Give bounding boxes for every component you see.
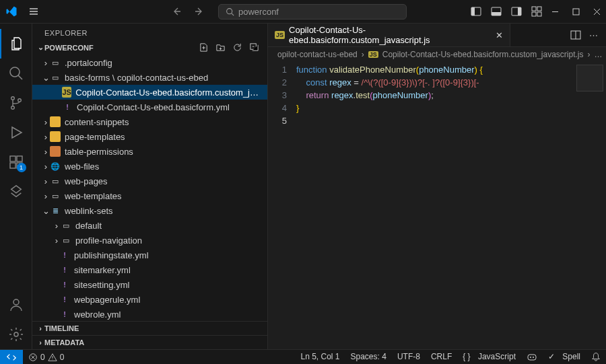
command-center-search[interactable]: powerconf [218, 4, 407, 20]
status-notifications[interactable] [586, 352, 606, 361]
nav-back-button[interactable] [171, 6, 182, 17]
activity-power-platform[interactable] [0, 177, 32, 207]
tree-file-yml[interactable]: !webrole.yml [32, 307, 267, 321]
folder-icon: ▭ [50, 190, 61, 201]
breadcrumb-segment[interactable]: opilot-contact-us-ebed [277, 50, 358, 59]
tree-folder[interactable]: ›▭web-templates [32, 188, 267, 203]
tree-folder[interactable]: ›page-templates [32, 129, 267, 144]
refresh-button[interactable] [232, 42, 242, 52]
layout-panel-icon[interactable] [491, 6, 502, 17]
tree-folder[interactable]: ⌄≣weblink-sets [32, 203, 267, 218]
activity-accounts[interactable] [0, 290, 32, 320]
yml-file-icon: ! [59, 279, 70, 290]
tab-title: Copilot-Contact-Us-ebed.basicform.custom… [289, 25, 492, 45]
split-editor-button[interactable] [570, 30, 581, 40]
status-copilot[interactable] [521, 352, 543, 363]
tree-file-yml[interactable]: !sitesetting.yml [32, 277, 267, 292]
svg-point-12 [10, 67, 20, 77]
breadcrumb-overflow: … [595, 50, 603, 59]
folder-icon: 🌐 [50, 161, 61, 172]
svg-point-13 [11, 97, 14, 100]
status-cursor-position[interactable]: Ln 5, Col 1 [295, 352, 345, 361]
account-icon [8, 297, 24, 313]
metadata-section[interactable]: ›METADATA [32, 335, 267, 349]
layout-primary-icon[interactable] [471, 6, 481, 17]
svg-rect-7 [532, 7, 536, 11]
layout-secondary-icon[interactable] [511, 6, 522, 17]
tree-file-yml[interactable]: !publishingstate.yml [32, 248, 267, 262]
extensions-badge: 1 [17, 163, 26, 172]
collapse-all-button[interactable] [249, 42, 259, 52]
activity-search[interactable] [0, 59, 32, 88]
tree-folder[interactable]: ›▭.portalconfig [32, 55, 267, 70]
svg-rect-4 [492, 12, 501, 15]
breadcrumb[interactable]: opilot-contact-us-ebed › JS Copilot-Cont… [268, 47, 606, 62]
svg-rect-8 [537, 7, 541, 11]
status-indentation[interactable]: Spaces: 4 [345, 352, 392, 361]
breadcrumb-separator: › [588, 50, 591, 59]
svg-rect-19 [17, 156, 22, 161]
tree-folder[interactable]: ›▭web-pages [32, 174, 267, 188]
tree-folder[interactable]: ›table-permissions [32, 144, 267, 159]
tree-folder[interactable]: ›content-snippets [32, 114, 267, 129]
status-encoding[interactable]: UTF-8 [392, 352, 426, 361]
editor-tab[interactable]: JS Copilot-Contact-Us-ebed.basicform.cus… [268, 24, 510, 46]
code-editor[interactable]: 1 2 3 4 5 function validatePhoneNumber(p… [268, 62, 606, 349]
tab-close-button[interactable]: ✕ [496, 30, 503, 40]
tree-file-yml[interactable]: !webpagerule.yml [32, 292, 267, 307]
activity-explorer[interactable] [0, 29, 32, 59]
folder-section-header[interactable]: ⌄ POWERCONF [32, 40, 267, 55]
tree-folder[interactable]: ›🌐web-files [32, 159, 267, 174]
more-actions-button[interactable]: ⋯ [589, 30, 598, 40]
branch-icon [8, 95, 24, 111]
new-file-button[interactable] [199, 42, 209, 52]
svg-rect-25 [528, 355, 536, 360]
remote-icon [7, 353, 16, 362]
nav-forward-button[interactable] [194, 6, 205, 17]
folder-icon: ▭ [61, 220, 71, 231]
remote-indicator[interactable] [0, 350, 23, 364]
js-file-icon: JS [62, 87, 71, 98]
gear-icon [8, 326, 24, 342]
window-minimize-button[interactable] [551, 8, 559, 15]
status-language[interactable]: { } JavaScript [457, 352, 521, 361]
window-maximize-button[interactable] [572, 8, 580, 15]
activity-settings[interactable] [0, 320, 32, 349]
folder-icon: ▭ [50, 176, 61, 186]
svg-rect-2 [471, 7, 475, 15]
tree-file-yml[interactable]: !Copilot-Contact-Us-ebed.basicform.yml [32, 100, 267, 114]
activity-source-control[interactable] [0, 88, 32, 118]
tree-folder[interactable]: ›▭default [32, 218, 267, 233]
window-close-button[interactable] [593, 8, 601, 15]
tree-file-js[interactable]: JSCopilot-Contact-Us-ebed.basicform.cust… [32, 85, 267, 100]
svg-rect-17 [10, 163, 15, 168]
svg-point-26 [530, 357, 531, 358]
yml-file-icon: ! [59, 309, 70, 320]
tree-file-yml[interactable]: !sitemarker.yml [32, 262, 267, 277]
svg-rect-11 [573, 9, 579, 15]
new-folder-button[interactable] [215, 42, 226, 52]
activity-extensions[interactable]: 1 [0, 147, 32, 177]
minimap[interactable] [576, 65, 603, 92]
search-text: powerconf [238, 7, 279, 17]
yml-file-icon: ! [59, 264, 70, 275]
search-icon [226, 7, 234, 16]
app-menu-button[interactable] [24, 3, 43, 20]
editor-area: JS Copilot-Contact-Us-ebed.basicform.cus… [268, 24, 606, 349]
tree-folder[interactable]: ›▭profile-navigation [32, 233, 267, 248]
activity-bar: 1 [0, 24, 32, 349]
customize-layout-icon[interactable] [531, 6, 542, 17]
status-eol[interactable]: CRLF [426, 352, 457, 361]
activity-run-debug[interactable] [0, 118, 32, 147]
title-bar: powerconf [0, 0, 606, 24]
code-content: function validatePhoneNumber(phoneNumber… [296, 63, 483, 349]
breadcrumb-segment[interactable]: Copilot-Contact-Us-ebed.basicform.custom… [382, 50, 584, 59]
folder-icon [50, 116, 61, 127]
yml-file-icon: ! [62, 102, 73, 112]
chevron-down-icon: ⌄ [36, 43, 44, 52]
tree-folder[interactable]: ⌄▭basic-forms \ copilot-contact-us-ebed [32, 70, 267, 85]
sidebar-title: EXPLORER [32, 24, 267, 40]
status-spell[interactable]: ✓ Spell [543, 352, 586, 361]
timeline-section[interactable]: ›TIMELINE [32, 321, 267, 335]
status-problems[interactable]: 0 0 [23, 350, 69, 364]
